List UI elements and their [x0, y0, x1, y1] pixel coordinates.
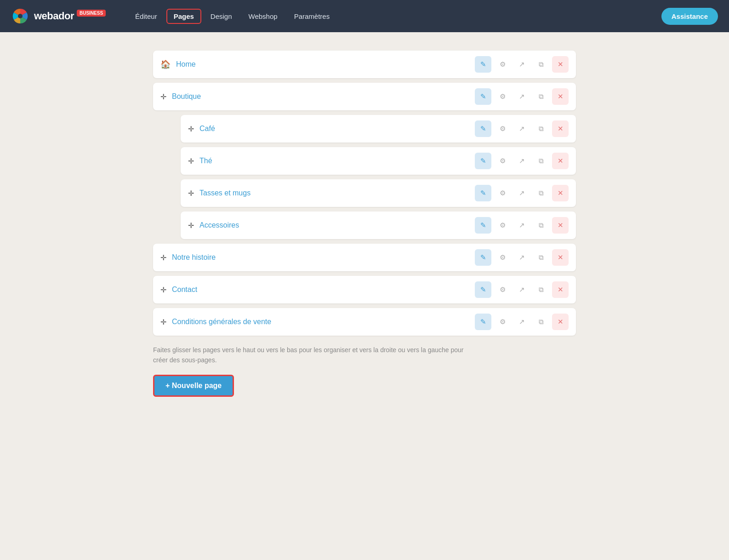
- page-row-home: 🏠 Home ✎ ⚙ ↗ ⧉ ✕: [153, 51, 576, 78]
- settings-button-contact[interactable]: ⚙: [494, 281, 511, 298]
- page-name-accessoires[interactable]: Accessoires: [199, 221, 475, 229]
- external-button-home[interactable]: ↗: [513, 56, 530, 73]
- external-button-cafe[interactable]: ↗: [513, 120, 530, 137]
- edit-button-histoire[interactable]: ✎: [475, 249, 491, 266]
- webador-logo-icon: [11, 7, 29, 25]
- row-actions-cgv: ✎ ⚙ ↗ ⧉ ✕: [475, 314, 569, 330]
- copy-button-the[interactable]: ⧉: [533, 153, 549, 169]
- main-nav: Éditeur Pages Design Webshop Paramètres: [128, 9, 658, 24]
- copy-button-histoire[interactable]: ⧉: [533, 249, 549, 266]
- row-actions-cafe: ✎ ⚙ ↗ ⧉ ✕: [475, 120, 569, 137]
- delete-button-histoire[interactable]: ✕: [552, 249, 569, 266]
- copy-button-cafe[interactable]: ⧉: [533, 120, 549, 137]
- drag-handle-tasses: ✛: [188, 189, 194, 198]
- page-name-home[interactable]: Home: [176, 60, 475, 69]
- page-name-cafe[interactable]: Café: [199, 125, 475, 133]
- page-row-boutique: ✛ Boutique ✎ ⚙ ↗ ⧉ ✕: [153, 83, 576, 110]
- page-row-cafe: ✛ Café ✎ ⚙ ↗ ⧉ ✕: [181, 115, 576, 143]
- home-icon: 🏠: [160, 59, 171, 69]
- delete-button-cafe[interactable]: ✕: [552, 120, 569, 137]
- new-page-button[interactable]: + Nouvelle page: [153, 375, 234, 397]
- row-actions-tasses: ✎ ⚙ ↗ ⧉ ✕: [475, 185, 569, 201]
- page-row-contact: ✛ Contact ✎ ⚙ ↗ ⧉ ✕: [153, 276, 576, 303]
- page-name-contact[interactable]: Contact: [172, 286, 475, 294]
- logo-area: webador Business: [11, 7, 106, 25]
- page-name-boutique[interactable]: Boutique: [172, 92, 475, 101]
- settings-button-histoire[interactable]: ⚙: [494, 249, 511, 266]
- drag-handle-boutique: ✛: [160, 92, 166, 101]
- edit-button-the[interactable]: ✎: [475, 153, 491, 169]
- delete-button-cgv[interactable]: ✕: [552, 314, 569, 330]
- nav-design[interactable]: Design: [203, 9, 239, 24]
- drag-handle-cafe: ✛: [188, 125, 194, 133]
- drag-handle-accessoires: ✛: [188, 221, 194, 230]
- settings-button-cafe[interactable]: ⚙: [494, 120, 511, 137]
- page-name-cgv[interactable]: Conditions générales de vente: [172, 318, 475, 326]
- main-content: 🏠 Home ✎ ⚙ ↗ ⧉ ✕ ✛ Boutique ✎ ⚙ ↗ ⧉ ✕ ✛ …: [144, 32, 585, 415]
- svg-point-1: [18, 14, 23, 18]
- copy-button-boutique[interactable]: ⧉: [533, 88, 549, 105]
- delete-button-tasses[interactable]: ✕: [552, 185, 569, 201]
- edit-button-home[interactable]: ✎: [475, 56, 491, 73]
- page-name-histoire[interactable]: Notre histoire: [172, 253, 475, 262]
- edit-button-cafe[interactable]: ✎: [475, 120, 491, 137]
- settings-button-cgv[interactable]: ⚙: [494, 314, 511, 330]
- nav-pages[interactable]: Pages: [166, 9, 201, 24]
- page-row-tasses: ✛ Tasses et mugs ✎ ⚙ ↗ ⧉ ✕: [181, 179, 576, 207]
- external-button-histoire[interactable]: ↗: [513, 249, 530, 266]
- settings-button-boutique[interactable]: ⚙: [494, 88, 511, 105]
- delete-button-contact[interactable]: ✕: [552, 281, 569, 298]
- delete-button-home[interactable]: ✕: [552, 56, 569, 73]
- hint-text: Faites glisser les pages vers le haut ou…: [153, 345, 475, 366]
- drag-handle-the: ✛: [188, 157, 194, 166]
- drag-handle-contact: ✛: [160, 286, 166, 294]
- copy-button-accessoires[interactable]: ⧉: [533, 217, 549, 234]
- edit-button-tasses[interactable]: ✎: [475, 185, 491, 201]
- edit-button-contact[interactable]: ✎: [475, 281, 491, 298]
- delete-button-accessoires[interactable]: ✕: [552, 217, 569, 234]
- page-name-tasses[interactable]: Tasses et mugs: [199, 189, 475, 197]
- settings-button-accessoires[interactable]: ⚙: [494, 217, 511, 234]
- page-row-accessoires: ✛ Accessoires ✎ ⚙ ↗ ⧉ ✕: [181, 211, 576, 239]
- header: webador Business Éditeur Pages Design We…: [0, 0, 729, 32]
- row-actions-home: ✎ ⚙ ↗ ⧉ ✕: [475, 56, 569, 73]
- page-row-histoire: ✛ Notre histoire ✎ ⚙ ↗ ⧉ ✕: [153, 244, 576, 271]
- external-button-accessoires[interactable]: ↗: [513, 217, 530, 234]
- settings-button-tasses[interactable]: ⚙: [494, 185, 511, 201]
- page-row-the: ✛ Thé ✎ ⚙ ↗ ⧉ ✕: [181, 147, 576, 175]
- row-actions-histoire: ✎ ⚙ ↗ ⧉ ✕: [475, 249, 569, 266]
- settings-button-the[interactable]: ⚙: [494, 153, 511, 169]
- page-row-cgv: ✛ Conditions générales de vente ✎ ⚙ ↗ ⧉ …: [153, 308, 576, 336]
- row-actions-accessoires: ✎ ⚙ ↗ ⧉ ✕: [475, 217, 569, 234]
- external-button-contact[interactable]: ↗: [513, 281, 530, 298]
- page-name-the[interactable]: Thé: [199, 157, 475, 165]
- logo-text: webador: [34, 10, 74, 22]
- copy-button-contact[interactable]: ⧉: [533, 281, 549, 298]
- external-button-cgv[interactable]: ↗: [513, 314, 530, 330]
- edit-button-boutique[interactable]: ✎: [475, 88, 491, 105]
- edit-button-cgv[interactable]: ✎: [475, 314, 491, 330]
- external-button-tasses[interactable]: ↗: [513, 185, 530, 201]
- row-actions-contact: ✎ ⚙ ↗ ⧉ ✕: [475, 281, 569, 298]
- drag-handle-histoire: ✛: [160, 253, 166, 262]
- business-badge: Business: [77, 10, 106, 17]
- copy-button-home[interactable]: ⧉: [533, 56, 549, 73]
- nav-parametres[interactable]: Paramètres: [287, 9, 337, 24]
- row-actions-the: ✎ ⚙ ↗ ⧉ ✕: [475, 153, 569, 169]
- settings-button-home[interactable]: ⚙: [494, 56, 511, 73]
- external-button-the[interactable]: ↗: [513, 153, 530, 169]
- drag-handle-cgv: ✛: [160, 318, 166, 326]
- nav-editeur[interactable]: Éditeur: [128, 9, 165, 24]
- assistance-button[interactable]: Assistance: [661, 8, 718, 25]
- row-actions-boutique: ✎ ⚙ ↗ ⧉ ✕: [475, 88, 569, 105]
- external-button-boutique[interactable]: ↗: [513, 88, 530, 105]
- nav-webshop[interactable]: Webshop: [241, 9, 285, 24]
- delete-button-boutique[interactable]: ✕: [552, 88, 569, 105]
- copy-button-cgv[interactable]: ⧉: [533, 314, 549, 330]
- delete-button-the[interactable]: ✕: [552, 153, 569, 169]
- copy-button-tasses[interactable]: ⧉: [533, 185, 549, 201]
- edit-button-accessoires[interactable]: ✎: [475, 217, 491, 234]
